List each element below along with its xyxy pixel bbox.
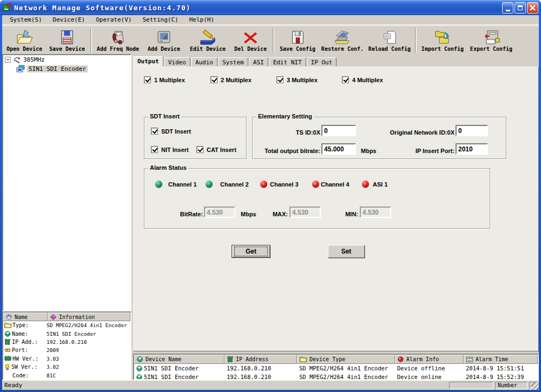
mbps-unit-label: Mbps <box>241 211 256 217</box>
led-label: Channel 1 <box>168 181 197 188</box>
info-information-column-header[interactable]: Information <box>48 313 130 321</box>
tab-system[interactable]: System <box>218 57 248 67</box>
tab-asi[interactable]: ASI <box>249 57 268 67</box>
device-type-column-header[interactable]: Device Type <box>297 355 395 364</box>
tab-video[interactable]: Video <box>164 57 190 67</box>
menu-operate[interactable]: Operate(V) <box>90 15 137 24</box>
alarm-info-column-header[interactable]: Alarm Info <box>395 355 464 364</box>
checkbox-checked-icon[interactable] <box>276 76 283 83</box>
device-row-2[interactable]: 5IN1 SDI Encoder 192.168.0.210 SD MPEG2/… <box>134 373 538 380</box>
multiplex-1-checkbox[interactable]: 1 Multiplex <box>144 76 185 83</box>
sdt-insert-group: SDT Insert SDT Insert NIT Insert CAT Ins… <box>144 117 247 159</box>
alarm-status-group: Alarm Status Channel 1 Channel 2 Channel… <box>144 168 490 229</box>
reload-config-button[interactable]: Reload Config <box>366 26 413 54</box>
menu-setting[interactable]: Setting(C) <box>137 15 183 24</box>
toolbar-button-label: Reload Config <box>368 46 411 52</box>
device-name-cell: 5IN1 SDI Encoder <box>144 374 199 380</box>
multiplex-2-checkbox[interactable]: 2 Multiplex <box>210 76 252 83</box>
checkbox-checked-icon[interactable] <box>144 76 151 83</box>
ts-id-label: TS ID:0X <box>253 129 320 136</box>
ip-address-column-header[interactable]: IP Address <box>225 355 297 364</box>
tree-collapse-icon[interactable] <box>5 57 11 63</box>
multiplex-3-checkbox[interactable]: 3 Multiplex <box>276 76 318 83</box>
toolbar-separator <box>415 28 417 52</box>
original-network-id-input[interactable] <box>456 125 488 136</box>
set-button[interactable]: Set <box>328 245 365 258</box>
info-value: 2009 <box>47 347 59 353</box>
info-name-column-header[interactable]: Name <box>3 313 48 321</box>
tree-node-label-selected: 5IN1 SDI Encoder <box>27 65 88 72</box>
device-name-cell: 5IN1 SDI Encoder <box>144 365 199 371</box>
info-value: 81C <box>47 373 56 378</box>
checkbox-checked-icon[interactable] <box>342 76 349 83</box>
device-type-header-icon <box>300 356 307 362</box>
checkbox-checked-icon[interactable] <box>196 146 203 153</box>
tab-output[interactable]: Output <box>133 56 163 67</box>
alarm-time-cell: 2014-8-9 15:52:39 <box>466 374 524 380</box>
menu-device[interactable]: Device(E) <box>48 15 91 24</box>
maximize-button[interactable] <box>514 2 526 14</box>
led-label: Channel 2 <box>220 181 249 188</box>
export-device-icon <box>482 29 500 46</box>
toolbar-separator <box>90 28 92 52</box>
checkbox-checked-icon[interactable] <box>151 128 158 135</box>
save-config-button[interactable]: Save Config <box>276 26 319 54</box>
max-label: MAX: <box>261 211 288 217</box>
menu-help[interactable]: Help(H) <box>184 15 220 24</box>
ip-insert-port-input[interactable] <box>456 143 488 155</box>
device-row-icon <box>136 366 142 371</box>
original-network-id-label: Original Network ID:0X <box>339 129 454 136</box>
tab-edit-nit[interactable]: Edit NIT <box>269 57 306 67</box>
channel-3-led-red <box>260 181 267 188</box>
del-device-button[interactable]: Del Device <box>230 26 271 54</box>
info-label: HW Ver.: <box>12 356 38 362</box>
menu-system[interactable]: System(S) <box>4 15 48 24</box>
tree-node-freq[interactable]: 385MHz <box>3 55 130 64</box>
freq-node-device-icon <box>109 29 127 46</box>
column-header-label: Alarm Time <box>476 356 508 362</box>
multiplex-4-checkbox[interactable]: 4 Multiplex <box>342 76 383 83</box>
minimize-button[interactable] <box>502 2 513 14</box>
tab-strip: Output Video Audio System ASI Edit NIT I… <box>133 56 337 67</box>
tab-ip-out[interactable]: IP Out <box>307 57 337 67</box>
add-device-button[interactable]: Add Device <box>142 26 186 54</box>
device-name-column-header[interactable]: Device Name <box>134 355 225 364</box>
export-config-button[interactable]: Export Config <box>467 26 516 54</box>
port-icon <box>4 347 11 353</box>
bitrate-input <box>204 207 235 218</box>
type-folder-icon <box>4 322 11 328</box>
toolbar-button-label: Save Device <box>49 46 85 52</box>
status-bar: Ready Number <box>2 380 539 390</box>
checkbox-checked-icon[interactable] <box>210 76 217 83</box>
edit-device-button[interactable]: Edit Device <box>186 26 230 54</box>
maximize-icon <box>518 5 523 10</box>
open-device-button[interactable]: Open Device <box>3 26 45 54</box>
cat-insert-checkbox[interactable]: CAT Insert <box>196 146 236 153</box>
info-label: Code: <box>12 373 29 378</box>
checkbox-label: 1 Multiplex <box>154 77 185 83</box>
channel-1-led-green <box>155 181 162 188</box>
toolbar-button-label: Add Freq Node <box>97 46 139 52</box>
info-value: 192.168.0.210 <box>47 339 87 345</box>
add-freq-node-button[interactable]: Add Freq Node <box>94 26 142 54</box>
toolbar-button-label: Export Config <box>470 46 512 52</box>
get-button[interactable]: Get <box>232 245 270 258</box>
save-device-button[interactable]: Save Device <box>45 26 89 54</box>
nit-insert-checkbox[interactable]: NIT Insert <box>151 146 189 153</box>
tab-audio[interactable]: Audio <box>191 57 217 67</box>
min-input <box>360 207 391 218</box>
alarm-time-column-header[interactable]: Alarm Time <box>464 355 538 364</box>
elementary-setting-group: Elementary Setting TS ID:0X Original Net… <box>252 117 506 159</box>
total-output-bitrate-label: Total output bitrate: <box>253 148 320 154</box>
alarm-time-header-icon <box>466 357 473 362</box>
device-list-table: Device Name IP Address Device Type <box>133 354 539 380</box>
import-config-button[interactable]: Import Config <box>418 26 467 54</box>
titlebar[interactable]: Network Manage Software(Version:4.70) <box>0 0 541 15</box>
resize-grip[interactable] <box>531 382 539 390</box>
tree-node-encoder[interactable]: 5IN1 SDI Encoder <box>16 64 130 74</box>
restore-conf-button[interactable]: Restore Conf. <box>319 26 366 54</box>
device-row-1[interactable]: 5IN1 SDI Encoder 192.168.0.210 SD MPEG2/… <box>134 364 538 373</box>
checkbox-checked-icon[interactable] <box>151 146 158 153</box>
close-button[interactable] <box>527 2 538 14</box>
sdt-insert-checkbox[interactable]: SDT Insert <box>151 128 191 135</box>
